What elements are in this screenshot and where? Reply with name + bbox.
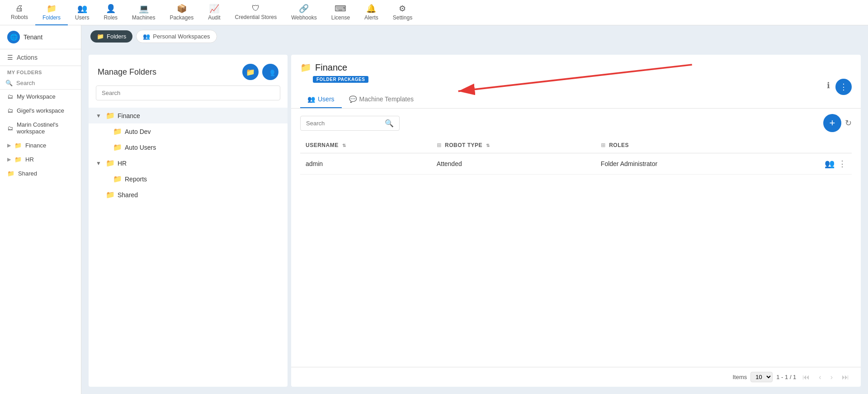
sidebar-item-shared[interactable]: 📁 Shared: [0, 166, 81, 180]
col-header-username[interactable]: USERNAME ⇅: [300, 138, 431, 153]
add-user-button[interactable]: +: [823, 114, 841, 132]
col-label-robot-type: ROBOT TYPE: [445, 142, 482, 148]
nav-item-settings[interactable]: ⚙ Settings: [386, 0, 420, 25]
sidebar-label-shared: Shared: [18, 170, 37, 177]
prev-page-btn[interactable]: ‹: [816, 372, 824, 382]
nav-item-robots[interactable]: 🖨 Robots: [4, 0, 35, 25]
sort-icon-robot-type: ⇅: [486, 143, 490, 148]
table-search-container[interactable]: 🔍: [300, 116, 400, 131]
tree-folder-icon-reports: 📁: [113, 175, 122, 183]
roles-icon: 👤: [106, 4, 116, 14]
nav-label-robots: Robots: [11, 14, 28, 20]
nav-item-webhooks[interactable]: 🔗 Webhooks: [284, 0, 324, 25]
hamburger-icon: ☰: [7, 54, 13, 61]
add-folder-btn[interactable]: 📁: [242, 64, 259, 80]
breadcrumb-personal-workspaces-label: Personal Workspaces: [153, 33, 210, 40]
sidebar-item-finance[interactable]: ▶ 📁 Finance: [0, 138, 81, 152]
right-panel-header: 📁 Finance FOLDER PACKAGES 👥 Users: [291, 55, 861, 109]
tree-item-auto-dev[interactable]: 📁 Auto Dev: [89, 123, 288, 139]
nav-item-credential-stores[interactable]: 🛡 Credential Stores: [228, 0, 284, 25]
tree-item-finance[interactable]: ▼ 📁 Finance: [89, 108, 288, 123]
tenant-selector[interactable]: 🌐 Tenant: [0, 25, 81, 49]
folder-breadcrumb-icon: 📁: [97, 33, 104, 40]
tree-item-shared[interactable]: 📁 Shared: [89, 187, 288, 203]
row-edit-users-btn[interactable]: 👥: [825, 159, 835, 169]
folder-packages-badge: FOLDER PACKAGES: [313, 76, 368, 83]
col-header-robot-type[interactable]: ⊞ ROBOT TYPE ⇅: [431, 138, 595, 153]
sidebar-label-finance: Finance: [25, 142, 46, 149]
tree-folder-icon-auto-dev: 📁: [113, 127, 122, 136]
sidebar-search-container[interactable]: 🔍: [0, 77, 81, 90]
col-label-roles: ROLES: [609, 142, 629, 148]
tree-label-finance: Finance: [118, 112, 140, 119]
nav-label-roles: Roles: [104, 14, 118, 21]
sidebar-item-gigels-workspace[interactable]: 🗂 Gigel's workspace: [0, 104, 81, 118]
folder-title-icon: 📁: [300, 62, 311, 73]
tab-machine-templates[interactable]: 💬 Machine Templates: [342, 91, 421, 108]
sidebar-item-marin-workspace[interactable]: 🗂 Marin Costinel's workspace: [0, 118, 81, 138]
nav-item-audit[interactable]: 📈 Audit: [201, 0, 227, 25]
manage-folders-panel: Manage Folders 📁 👥 ▼: [89, 55, 288, 387]
cell-robot-type: Attended: [431, 153, 595, 175]
nav-label-audit: Audit: [208, 14, 220, 21]
table-search-row: 🔍 + ↻: [300, 114, 852, 132]
sidebar-item-my-workspace[interactable]: 🗂 My Workspace: [0, 90, 81, 104]
nav-item-packages[interactable]: 📦 Packages: [162, 0, 201, 25]
breadcrumb-personal-workspaces-btn[interactable]: 👥 Personal Workspaces: [136, 30, 217, 43]
sidebar: 🌐 Tenant ☰ Actions MY FOLDERS 🔍 🗂 My Wor…: [0, 25, 81, 394]
folder-icon-shared: 📁: [7, 170, 14, 177]
alerts-icon: 🔔: [366, 4, 376, 14]
nav-label-users: Users: [75, 14, 89, 21]
machine-templates-tab-icon: 💬: [349, 95, 357, 103]
personal-workspaces-icon: 👥: [143, 33, 150, 40]
info-button[interactable]: ℹ: [825, 79, 832, 92]
tree-item-hr[interactable]: ▼ 📁 HR: [89, 155, 288, 171]
packages-icon: 📦: [177, 4, 187, 14]
tree-item-reports[interactable]: 📁 Reports: [89, 171, 288, 187]
col-label-username: USERNAME: [306, 142, 339, 148]
tab-users-label: Users: [318, 95, 335, 103]
folders-icon: 📁: [47, 4, 57, 14]
add-workspace-btn[interactable]: 👥: [262, 64, 278, 80]
sidebar-search-input[interactable]: [16, 80, 75, 86]
cell-roles: Folder Administrator: [595, 153, 769, 175]
table-search-input[interactable]: [306, 120, 381, 127]
nav-item-alerts[interactable]: 🔔 Alerts: [357, 0, 386, 25]
nav-item-machines[interactable]: 💻 Machines: [125, 0, 162, 25]
col-header-roles[interactable]: ⊞ ROLES: [595, 138, 769, 153]
nav-item-folders[interactable]: 📁 Folders: [35, 0, 68, 25]
sidebar-label-gigels-workspace: Gigel's workspace: [17, 107, 64, 114]
row-more-btn[interactable]: ⋮: [838, 159, 846, 169]
folder-tree: ▼ 📁 Finance 📁 Auto Dev 📁 Auto Use: [89, 106, 288, 387]
tree-item-auto-users[interactable]: 📁 Auto Users: [89, 139, 288, 155]
tab-users[interactable]: 👥 Users: [300, 91, 342, 108]
sort-icon-username: ⇅: [342, 143, 346, 148]
workspace-add-icon: 👥: [266, 68, 275, 76]
nav-label-credential-stores: Credential Stores: [235, 14, 277, 20]
refresh-button[interactable]: ↻: [845, 118, 852, 128]
manage-folders-title: Manage Folders: [98, 67, 156, 77]
last-page-btn[interactable]: ⏭: [839, 372, 852, 382]
nav-item-users[interactable]: 👥 Users: [68, 0, 96, 25]
nav-label-packages: Packages: [170, 14, 193, 21]
folder-search-input[interactable]: [96, 85, 280, 100]
right-panel-action-buttons: ℹ ⋮: [825, 75, 852, 95]
pagination: Items 10 1 - 1 / 1 ⏮ ‹ › ⏭: [291, 367, 861, 387]
sidebar-actions[interactable]: ☰ Actions: [0, 49, 81, 66]
nav-item-roles[interactable]: 👤 Roles: [96, 0, 125, 25]
items-per-page-select[interactable]: 10: [750, 372, 773, 382]
breadcrumb-folders-btn[interactable]: 📁 Folders: [90, 30, 132, 43]
nav-label-folders: Folders: [42, 14, 61, 21]
license-icon: ⌨: [335, 4, 346, 14]
nav-item-license[interactable]: ⌨ License: [324, 0, 357, 25]
more-options-button[interactable]: ⋮: [835, 79, 852, 95]
first-page-btn[interactable]: ⏮: [800, 372, 812, 382]
next-page-btn[interactable]: ›: [828, 372, 835, 382]
row-action-buttons: 👥 ⋮: [774, 159, 846, 169]
settings-icon: ⚙: [399, 4, 406, 14]
tree-label-shared: Shared: [118, 191, 138, 199]
cell-row-actions: 👥 ⋮: [768, 153, 852, 175]
tenant-name: Tenant: [24, 33, 42, 41]
sidebar-item-hr[interactable]: ▶ 📁 HR: [0, 152, 81, 166]
table-header: USERNAME ⇅ ⊞ ROBOT TYPE ⇅ ⊞: [300, 138, 852, 153]
